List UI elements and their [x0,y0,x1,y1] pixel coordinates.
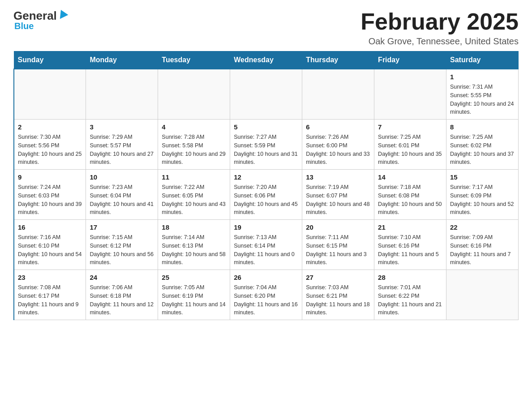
week-row-4: 16Sunrise: 7:16 AM Sunset: 6:10 PM Dayli… [14,220,519,270]
day-number: 10 [90,172,154,182]
title-block: February 2025 Oak Grove, Tennessee, Unit… [360,9,519,47]
calendar-cell-3-5: 21Sunrise: 7:10 AM Sunset: 6:16 PM Dayli… [374,220,446,270]
day-info: Sunrise: 7:25 AM Sunset: 6:01 PM Dayligh… [378,133,442,167]
day-number: 5 [234,122,298,132]
day-info: Sunrise: 7:22 AM Sunset: 6:05 PM Dayligh… [162,183,226,217]
day-info: Sunrise: 7:31 AM Sunset: 5:55 PM Dayligh… [450,83,515,116]
calendar-cell-2-0: 9Sunrise: 7:24 AM Sunset: 6:03 PM Daylig… [14,170,86,220]
header-wednesday: Wednesday [230,51,302,69]
week-row-3: 9Sunrise: 7:24 AM Sunset: 6:03 PM Daylig… [14,170,519,220]
day-number: 21 [378,223,442,232]
day-info: Sunrise: 7:24 AM Sunset: 6:03 PM Dayligh… [18,183,82,217]
day-info: Sunrise: 7:04 AM Sunset: 6:20 PM Dayligh… [234,283,298,317]
day-info: Sunrise: 7:16 AM Sunset: 6:10 PM Dayligh… [18,233,82,267]
calendar-cell-4-6 [446,270,519,320]
calendar-cell-0-0 [14,69,86,120]
day-number: 17 [90,223,154,232]
calendar-cell-1-5: 7Sunrise: 7:25 AM Sunset: 6:01 PM Daylig… [374,120,446,170]
day-info: Sunrise: 7:25 AM Sunset: 6:02 PM Dayligh… [450,133,515,167]
day-info: Sunrise: 7:06 AM Sunset: 6:18 PM Dayligh… [90,283,154,317]
day-info: Sunrise: 7:29 AM Sunset: 5:57 PM Dayligh… [90,133,154,167]
calendar-cell-4-4: 27Sunrise: 7:03 AM Sunset: 6:21 PM Dayli… [302,270,374,320]
calendar-cell-3-6: 22Sunrise: 7:09 AM Sunset: 6:16 PM Dayli… [446,220,519,270]
day-number: 24 [90,273,154,282]
day-number: 2 [18,122,82,132]
day-info: Sunrise: 7:23 AM Sunset: 6:04 PM Dayligh… [90,183,154,217]
location: Oak Grove, Tennessee, United States [360,36,519,47]
calendar-cell-0-1 [86,69,158,120]
day-number: 6 [306,122,370,132]
calendar-cell-4-0: 23Sunrise: 7:08 AM Sunset: 6:17 PM Dayli… [14,270,86,320]
calendar-cell-1-4: 6Sunrise: 7:26 AM Sunset: 6:00 PM Daylig… [302,120,374,170]
day-info: Sunrise: 7:18 AM Sunset: 6:08 PM Dayligh… [378,183,442,217]
calendar-cell-1-6: 8Sunrise: 7:25 AM Sunset: 6:02 PM Daylig… [446,120,519,170]
header-friday: Friday [374,51,446,69]
day-number: 20 [306,223,370,232]
calendar-cell-0-4 [302,69,374,120]
day-number: 27 [306,273,370,282]
header-sunday: Sunday [14,51,86,69]
calendar-cell-0-5 [374,69,446,120]
calendar-cell-4-3: 26Sunrise: 7:04 AM Sunset: 6:20 PM Dayli… [230,270,302,320]
logo: General Blue [13,9,67,31]
day-number: 15 [450,172,515,182]
calendar-cell-0-3 [230,69,302,120]
day-info: Sunrise: 7:05 AM Sunset: 6:19 PM Dayligh… [162,283,226,317]
calendar-cell-3-1: 17Sunrise: 7:15 AM Sunset: 6:12 PM Dayli… [86,220,158,270]
calendar-cell-2-2: 11Sunrise: 7:22 AM Sunset: 6:05 PM Dayli… [158,170,230,220]
day-number: 14 [378,172,442,182]
header-saturday: Saturday [446,51,519,69]
day-number: 4 [162,122,226,132]
week-row-1: 1Sunrise: 7:31 AM Sunset: 5:55 PM Daylig… [14,69,519,120]
day-info: Sunrise: 7:17 AM Sunset: 6:09 PM Dayligh… [450,183,515,217]
day-number: 9 [18,172,82,182]
calendar-cell-3-0: 16Sunrise: 7:16 AM Sunset: 6:10 PM Dayli… [14,220,86,270]
calendar-cell-1-3: 5Sunrise: 7:27 AM Sunset: 5:59 PM Daylig… [230,120,302,170]
calendar-cell-3-4: 20Sunrise: 7:11 AM Sunset: 6:15 PM Dayli… [302,220,374,270]
day-number: 12 [234,172,298,182]
month-title: February 2025 [360,9,519,34]
calendar-cell-2-4: 13Sunrise: 7:19 AM Sunset: 6:07 PM Dayli… [302,170,374,220]
day-number: 18 [162,223,226,232]
day-number: 25 [162,273,226,282]
day-info: Sunrise: 7:14 AM Sunset: 6:13 PM Dayligh… [162,233,226,267]
calendar-cell-2-5: 14Sunrise: 7:18 AM Sunset: 6:08 PM Dayli… [374,170,446,220]
day-info: Sunrise: 7:13 AM Sunset: 6:14 PM Dayligh… [234,233,298,267]
day-number: 3 [90,122,154,132]
day-number: 22 [450,223,515,232]
day-number: 26 [234,273,298,282]
header-monday: Monday [86,51,158,69]
day-info: Sunrise: 7:11 AM Sunset: 6:15 PM Dayligh… [306,233,370,267]
day-info: Sunrise: 7:03 AM Sunset: 6:21 PM Dayligh… [306,283,370,317]
day-number: 16 [18,223,82,232]
day-number: 13 [306,172,370,182]
logo-triangle-icon [56,9,68,21]
calendar-cell-1-2: 4Sunrise: 7:28 AM Sunset: 5:58 PM Daylig… [158,120,230,170]
day-number: 7 [378,122,442,132]
calendar-cell-2-6: 15Sunrise: 7:17 AM Sunset: 6:09 PM Dayli… [446,170,519,220]
day-info: Sunrise: 7:10 AM Sunset: 6:16 PM Dayligh… [378,233,442,267]
calendar-cell-4-2: 25Sunrise: 7:05 AM Sunset: 6:19 PM Dayli… [158,270,230,320]
day-info: Sunrise: 7:08 AM Sunset: 6:17 PM Dayligh… [18,283,82,317]
day-info: Sunrise: 7:15 AM Sunset: 6:12 PM Dayligh… [90,233,154,267]
day-number: 28 [378,273,442,282]
calendar-cell-3-2: 18Sunrise: 7:14 AM Sunset: 6:13 PM Dayli… [158,220,230,270]
calendar-cell-0-6: 1Sunrise: 7:31 AM Sunset: 5:55 PM Daylig… [446,69,519,120]
day-number: 11 [162,172,226,182]
calendar-table: SundayMondayTuesdayWednesdayThursdayFrid… [13,51,519,320]
calendar-cell-1-1: 3Sunrise: 7:29 AM Sunset: 5:57 PM Daylig… [86,120,158,170]
header-tuesday: Tuesday [158,51,230,69]
day-number: 23 [18,273,82,282]
logo-blue: Blue [14,21,34,31]
header-thursday: Thursday [302,51,374,69]
day-number: 1 [450,72,515,81]
day-info: Sunrise: 7:27 AM Sunset: 5:59 PM Dayligh… [234,133,298,167]
calendar-cell-1-0: 2Sunrise: 7:30 AM Sunset: 5:56 PM Daylig… [14,120,86,170]
day-info: Sunrise: 7:28 AM Sunset: 5:58 PM Dayligh… [162,133,226,167]
calendar-cell-3-3: 19Sunrise: 7:13 AM Sunset: 6:14 PM Dayli… [230,220,302,270]
week-row-2: 2Sunrise: 7:30 AM Sunset: 5:56 PM Daylig… [14,120,519,170]
calendar-cell-0-2 [158,69,230,120]
calendar-cell-4-5: 28Sunrise: 7:01 AM Sunset: 6:22 PM Dayli… [374,270,446,320]
calendar-cell-4-1: 24Sunrise: 7:06 AM Sunset: 6:18 PM Dayli… [86,270,158,320]
day-number: 19 [234,223,298,232]
